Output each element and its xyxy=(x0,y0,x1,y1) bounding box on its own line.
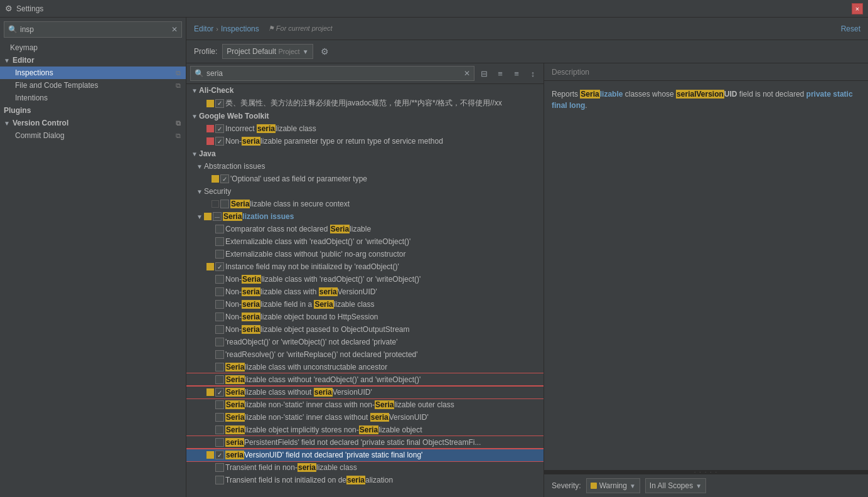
inspection-checkbox[interactable] xyxy=(215,350,224,359)
sidebar-item-file-code-templates[interactable]: File and Code Templates ⧉ xyxy=(0,79,186,92)
tree-row[interactable]: ▼ Security xyxy=(186,185,544,198)
inspection-checkbox[interactable] xyxy=(215,451,224,459)
tree-row[interactable]: seriaVersionUID' field not declared 'pri… xyxy=(186,449,544,461)
inspection-checkbox[interactable] xyxy=(215,413,224,422)
tree-row[interactable]: Serializable class with unconstructable … xyxy=(186,361,544,373)
tree-row[interactable]: Serializable non-'static' inner class wi… xyxy=(186,411,544,424)
inspection-checkbox[interactable] xyxy=(215,325,224,334)
sidebar-search-input[interactable] xyxy=(20,25,171,34)
copy-icon: ⧉ xyxy=(176,69,181,77)
expand-all-button[interactable]: ≡ xyxy=(493,67,507,80)
tree-row[interactable]: seriaPersistentFields' field not declare… xyxy=(186,436,544,449)
sidebar-search-clear-icon[interactable]: ✕ xyxy=(171,25,178,34)
inspection-checkbox[interactable] xyxy=(215,375,224,384)
inspection-checkbox[interactable] xyxy=(215,338,224,346)
inspection-checkbox[interactable] xyxy=(215,300,224,309)
copy-icon: ⧉ xyxy=(176,132,181,140)
sort-button[interactable]: ↕ xyxy=(526,67,540,80)
tree-row[interactable]: Serializable object implicitly stores no… xyxy=(186,424,544,436)
profile-value: Project Default Project xyxy=(227,47,299,56)
sidebar-item-inspections[interactable]: Inspections ⧉ xyxy=(0,67,186,79)
severity-indicator xyxy=(206,376,214,383)
description-header: Description xyxy=(544,63,868,81)
sidebar-item-version-control[interactable]: ▼ Version Control ⧉ xyxy=(0,117,186,129)
inspection-checkbox[interactable] xyxy=(215,137,224,146)
tree-row[interactable]: Non-serializable object passed to Object… xyxy=(186,323,544,336)
inspection-checkbox[interactable] xyxy=(215,388,224,397)
inspection-checkbox[interactable] xyxy=(215,250,224,259)
tree-row[interactable]: Non-Serializable class with 'readObject(… xyxy=(186,273,544,286)
sidebar-item-editor[interactable]: ▼ Editor xyxy=(0,54,186,67)
inspection-checkbox[interactable] xyxy=(215,287,224,296)
inspection-checkbox[interactable] xyxy=(215,275,224,284)
tree-row[interactable]: Non-serializable class with seriaVersion… xyxy=(186,286,544,298)
severity-indicator xyxy=(206,326,214,333)
tree-item-label: Externalizable class with 'readObject()'… xyxy=(225,237,541,246)
filter-button[interactable]: ⊟ xyxy=(477,67,491,80)
tree-row[interactable]: Comparator class not declared Serializab… xyxy=(186,223,544,235)
tree-search-clear-icon[interactable]: ✕ xyxy=(464,69,470,78)
chevron-down-icon: ▼ xyxy=(303,48,309,55)
tree-item-label: Java xyxy=(199,149,541,158)
sidebar-item-label: Inspections xyxy=(15,68,53,77)
tree-item-label: Externalizable class without 'public' no… xyxy=(225,250,541,259)
tree-search-container[interactable]: 🔍 ✕ xyxy=(190,66,474,81)
severity-selector[interactable]: Warning ▼ xyxy=(586,478,640,493)
tree-row[interactable]: Serializable non-'static' inner class wi… xyxy=(186,398,544,411)
tree-row[interactable]: 'readObject()' or 'writeObject()' not de… xyxy=(186,336,544,348)
inspection-checkbox[interactable] xyxy=(215,237,224,246)
sidebar-search-container[interactable]: 🔍 ✕ xyxy=(4,21,182,38)
inspection-checkbox[interactable] xyxy=(215,124,224,133)
tree-row[interactable]: 'readResolve()' or 'writeReplace()' not … xyxy=(186,348,544,361)
inspection-checkbox[interactable] xyxy=(215,313,224,321)
tree-row[interactable]: Instance field may not be initialized by… xyxy=(186,260,544,273)
inspection-checkbox[interactable] xyxy=(215,438,224,447)
tree-item-label: Serializable object implicitly stores no… xyxy=(225,425,541,434)
sidebar-item-intentions[interactable]: Intentions xyxy=(0,92,186,104)
tree-row[interactable]: 'Optional' used as field or parameter ty… xyxy=(186,173,544,185)
breadcrumb-parent[interactable]: Editor xyxy=(194,24,213,33)
tree-row[interactable]: Serializable class without seriaVersionU… xyxy=(186,386,544,398)
tree-row[interactable]: ▼ Ali-Check xyxy=(186,84,544,97)
tree-row[interactable]: Serializable class without 'readObject()… xyxy=(186,373,544,386)
inspection-checkbox[interactable] xyxy=(215,400,224,409)
inspection-checkbox[interactable] xyxy=(220,200,229,208)
tree-item-label: seriaPersistentFields' field not declare… xyxy=(225,438,541,447)
profile-gear-icon[interactable]: ⚙ xyxy=(318,45,331,58)
inspection-checkbox[interactable] xyxy=(220,174,229,183)
tree-row[interactable]: 类、美属性、美方法的注释必须使用javadoc规范，使用/**内容*/格式，不得… xyxy=(186,97,544,110)
close-button[interactable]: × xyxy=(852,3,863,14)
tree-row[interactable]: ▼ Google Web Toolkit xyxy=(186,110,544,122)
inspection-checkbox[interactable] xyxy=(215,425,224,434)
severity-indicator xyxy=(206,313,214,321)
sidebar-item-keymap[interactable]: Keymap xyxy=(0,41,186,54)
tree-row[interactable]: Transient field is not initialized on de… xyxy=(186,474,544,486)
tree-row[interactable]: ▼ Java xyxy=(186,147,544,160)
tree-panel: 🔍 ✕ ⊟ ≡ ≡ ↕ ▼ Ali-Check xyxy=(186,63,544,497)
inspection-checkbox[interactable] xyxy=(215,99,224,108)
tree-row[interactable]: Externalizable class with 'readObject()'… xyxy=(186,235,544,248)
profile-selector[interactable]: Project Default Project ▼ xyxy=(222,44,313,59)
sidebar-item-commit-dialog[interactable]: Commit Dialog ⧉ xyxy=(0,129,186,142)
reset-button[interactable]: Reset xyxy=(841,24,860,33)
tree-row[interactable]: Serializable class in secure context xyxy=(186,198,544,210)
tree-row[interactable]: Externalizable class without 'public' no… xyxy=(186,248,544,260)
inspection-checkbox[interactable] xyxy=(215,463,224,472)
tree-row[interactable]: Transient field in non-serializable clas… xyxy=(186,461,544,474)
collapse-all-button[interactable]: ≡ xyxy=(510,67,523,80)
severity-indicator xyxy=(206,451,214,459)
tree-row[interactable]: ▼ Serialization issues xyxy=(186,210,544,223)
tree-row[interactable]: ▼ Abstraction issues xyxy=(186,160,544,173)
tree-row[interactable]: Non-serializable parameter type or retur… xyxy=(186,135,544,147)
tree-row[interactable]: Non-serializable field in a Serializable… xyxy=(186,298,544,311)
scope-selector[interactable]: In All Scopes ▼ xyxy=(645,478,706,493)
sidebar-item-plugins[interactable]: Plugins xyxy=(0,104,186,117)
inspection-checkbox[interactable] xyxy=(215,363,224,371)
inspection-checkbox[interactable] xyxy=(213,212,222,221)
inspection-checkbox[interactable] xyxy=(215,476,224,484)
inspection-checkbox[interactable] xyxy=(215,262,224,271)
tree-search-input[interactable] xyxy=(206,69,464,78)
inspection-checkbox[interactable] xyxy=(215,225,224,233)
tree-row[interactable]: Incorrect serializable class xyxy=(186,122,544,135)
tree-row[interactable]: Non-serializable object bound to HttpSes… xyxy=(186,311,544,323)
